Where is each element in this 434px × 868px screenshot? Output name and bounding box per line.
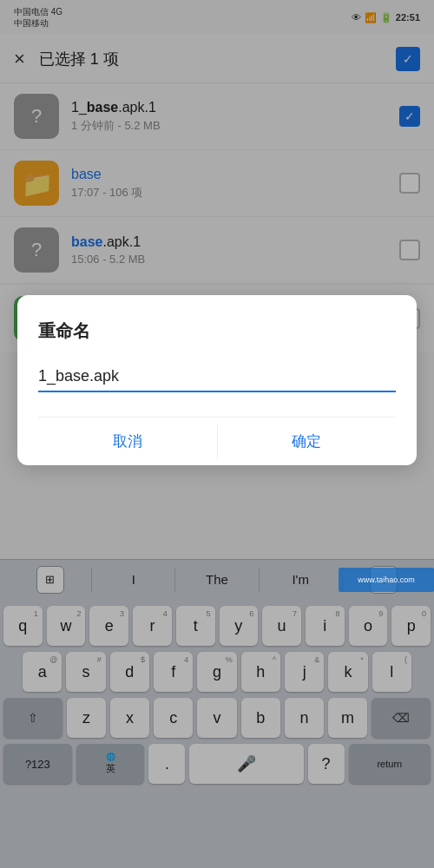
dialog-input-wrap [38, 364, 396, 392]
dialog-title: 重命名 [38, 319, 396, 343]
rename-dialog: 重命名 取消 确定 [17, 295, 417, 465]
watermark: www.taihao.com [339, 568, 434, 592]
dialog-actions: 取消 确定 [38, 417, 396, 465]
rename-input[interactable] [38, 364, 396, 391]
cancel-button[interactable]: 取消 [38, 418, 217, 465]
confirm-button[interactable]: 确定 [218, 418, 397, 465]
